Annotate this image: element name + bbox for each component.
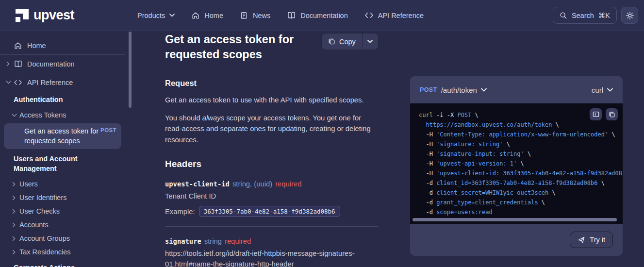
param-type: string: [204, 237, 222, 245]
nav-news-label: News: [253, 12, 270, 19]
search-label: Search: [572, 12, 594, 19]
method-badge: POST: [420, 86, 437, 93]
code-token: -H: [419, 141, 436, 148]
code-line: -H 'signature-input: string' \: [419, 149, 623, 159]
endpoint-selector[interactable]: POST /auth/token: [420, 86, 487, 94]
sidebar-item-user-checks[interactable]: User Checks: [0, 204, 125, 218]
code-token: upvest-api-version: 1: [440, 160, 513, 167]
nav-documentation-label: Documentation: [300, 12, 348, 19]
method-badge: POST: [100, 127, 116, 133]
code-line: -H 'signature: string' \: [419, 139, 623, 149]
param-name: upvest-client-id: [165, 180, 230, 188]
code-token: curl: [419, 112, 436, 118]
copy-icon: [609, 111, 615, 118]
sidebar-item-label: Account Groups: [19, 234, 70, 242]
nav-products[interactable]: Products: [137, 12, 175, 19]
code-line: -H 'upvest-api-version: 1' \: [419, 159, 623, 168]
param-description: Tenant Client ID: [165, 191, 379, 201]
try-it-label: Try it: [590, 236, 605, 244]
topbar-right: Search ⌘K: [553, 7, 638, 24]
sidebar-item-get-an-access-token-for-requested-scopes[interactable]: Get an access token for requested scopes…: [4, 123, 121, 149]
example-value-chip[interactable]: 363f3305-7ab0-4e82-a158-f9d382ad08b6: [199, 206, 340, 217]
nav-home-label: Home: [204, 12, 223, 19]
search-button[interactable]: Search ⌘K: [553, 7, 617, 24]
copy-dropdown-button[interactable]: [363, 33, 378, 50]
code-lines: curl -i -X POST \ https://sandbox.upvest…: [419, 110, 623, 217]
sidebar-item-home[interactable]: Home: [0, 37, 125, 54]
logo[interactable]: upvest: [16, 8, 74, 23]
chevron-right-icon: [12, 222, 19, 228]
copy-icon: [328, 38, 335, 45]
endpoint-path: /auth/token: [441, 86, 477, 94]
sidebar-item-access-tokens[interactable]: Access Tokens: [0, 108, 125, 122]
code-token: POST: [457, 112, 471, 118]
code-line: -H 'upvest-client-id: 363f3305-7ab0-4e82…: [419, 168, 623, 178]
param-required-badge: required: [225, 237, 251, 245]
home-icon: [14, 41, 23, 50]
code-icon: [364, 12, 374, 19]
code-line: -d client_secret=WHIW1yic-ouct3sceh \: [419, 188, 623, 198]
code-token: client_secret=WHIW1yic-ouct3sceh: [436, 189, 548, 196]
chevron-right-icon: [12, 195, 19, 200]
language-label: curl: [592, 86, 603, 94]
sidebar-item-documentation[interactable]: Documentation: [0, 55, 125, 72]
code-token: \: [517, 160, 524, 167]
copy-button[interactable]: Copy: [322, 33, 363, 50]
sidebar-item-accounts[interactable]: Accounts: [0, 218, 125, 232]
nav-news[interactable]: News: [240, 11, 270, 20]
try-it-button[interactable]: Try it: [570, 232, 613, 248]
sidebar-item-account-groups[interactable]: Account Groups: [0, 232, 125, 245]
code-scrollbar-thumb[interactable]: [413, 218, 617, 221]
code-token: grant_type=client_credentials: [436, 199, 538, 206]
code-line: -d scope=users:read: [419, 207, 623, 217]
topbar: upvest Products Home News Documentation …: [0, 0, 644, 31]
sidebar-item-label: Users: [19, 180, 38, 188]
nav-api-reference[interactable]: API Reference: [364, 12, 424, 19]
search-shortcut: ⌘K: [598, 12, 610, 19]
chevron-down-icon: [6, 80, 14, 84]
page-scrollbar-thumb[interactable]: [129, 32, 132, 108]
code-token: -d: [419, 209, 436, 216]
code-token: -d: [419, 199, 436, 206]
page-scrollbar[interactable]: [125, 31, 135, 267]
sidebar-item-user-identifiers[interactable]: User Identifiers: [0, 191, 125, 204]
theme-toggle-button[interactable]: [621, 7, 638, 24]
request-paragraph-2: You should always scope your access toke…: [165, 113, 379, 146]
param-upvest-client-id: upvest-client-idstring, (uuid)required: [165, 180, 379, 188]
nav-products-label: Products: [137, 12, 165, 19]
code-icon: [14, 79, 23, 86]
sun-icon: [626, 11, 634, 20]
code-token: -H: [419, 150, 436, 157]
sidebar-item-api-reference[interactable]: API Reference: [0, 74, 125, 91]
code-token: upvest-client-id: 363f3305-7ab0-4e82-a15…: [440, 170, 622, 177]
news-icon: [240, 11, 248, 20]
code-token: -d: [419, 180, 436, 186]
sidebar-item-label: API Reference: [27, 79, 73, 86]
headers-heading: Headers: [165, 159, 379, 169]
chevron-right-icon: [12, 250, 19, 255]
sidebar-section-corporate-actions: Corporate Actions: [0, 259, 125, 267]
code-horizontal-scrollbar[interactable]: [413, 218, 617, 221]
book-icon: [14, 59, 23, 68]
page-title: Get an access token for requested scopes: [165, 32, 321, 62]
request-heading: Request: [165, 79, 379, 88]
nav-home[interactable]: Home: [191, 11, 223, 20]
param-name: signature: [165, 237, 201, 245]
sidebar-item-users[interactable]: Users: [0, 177, 125, 191]
code-token: https://sandbox.upvest.co/auth/token: [426, 121, 552, 128]
copy-code-button[interactable]: [606, 108, 618, 120]
param-type: string, (uuid): [232, 180, 272, 188]
sidebar-item-tax-residencies[interactable]: Tax Residencies: [0, 245, 125, 259]
sidebar-item-label: Get an access token for requested scopes: [24, 126, 99, 146]
nav-documentation[interactable]: Documentation: [287, 11, 348, 20]
code-token: client_id=363f3305-7ab0-4e82-a158-f9d382…: [436, 180, 597, 186]
chevron-down-icon: [169, 14, 175, 17]
wrap-lines-button[interactable]: [590, 108, 602, 120]
language-selector[interactable]: curl: [592, 86, 613, 94]
copy-button-label: Copy: [339, 38, 356, 46]
divider: [165, 226, 379, 227]
code-token: signature-input: string: [440, 150, 520, 157]
code-line: -H 'Content-Type: application/x-www-form…: [419, 130, 623, 139]
code-token: -d: [419, 189, 436, 196]
chevron-down-icon: [12, 113, 19, 117]
